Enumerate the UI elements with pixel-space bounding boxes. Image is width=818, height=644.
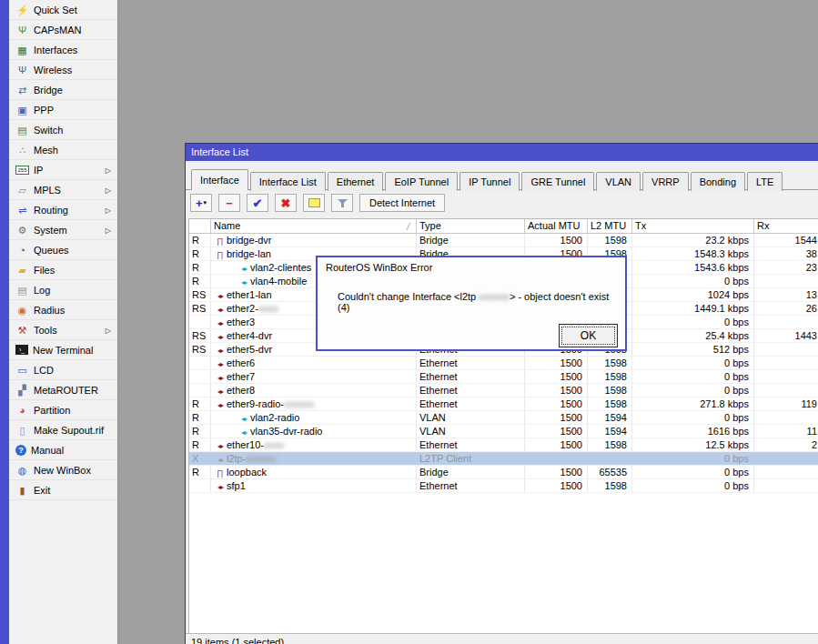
filter-button[interactable]: [331, 194, 353, 212]
rx-cell: [754, 357, 818, 369]
sidebar-item-bridge[interactable]: ⇄Bridge: [9, 80, 117, 100]
column-header-l2_mtu[interactable]: L2 MTU: [588, 219, 632, 233]
flags-cell: [189, 384, 211, 397]
remove-icon: −: [226, 196, 233, 210]
table-row[interactable]: X◂▸l2tp-xxxxxxL2TP Client0 bps: [189, 452, 818, 466]
actual-mtu-cell: [525, 452, 588, 465]
sidebar-item-mesh[interactable]: ∴Mesh: [9, 140, 117, 160]
column-header-rx[interactable]: Rx: [754, 219, 818, 233]
sidebar-item-quick-set[interactable]: ⚡Quick Set: [9, 0, 117, 20]
l2-mtu-cell: 65535: [588, 466, 632, 478]
sidebar-item-exit[interactable]: ▮Exit: [9, 480, 117, 500]
table-row[interactable]: R◂▸vlan35-dvr-radioVLAN150015941616 bps1…: [189, 425, 818, 438]
remove-button[interactable]: −: [218, 194, 240, 212]
table-row[interactable]: R◂▸vlan2-radioVLAN150015940 bps: [189, 411, 818, 425]
sidebar-item-make-supout-rif[interactable]: ▯Make Supout.rif: [9, 420, 117, 440]
switch-icon: ▤: [15, 124, 29, 136]
ok-button[interactable]: OK: [559, 324, 618, 347]
name-cell: ◂▸ether7: [211, 370, 417, 383]
sidebar-item-wireless[interactable]: ΨWireless: [9, 60, 117, 80]
sidebar-item-routing[interactable]: ⇌Routing▷: [9, 200, 117, 220]
flags-cell: R: [189, 425, 211, 438]
enable-button[interactable]: ✔: [247, 194, 268, 212]
table-row[interactable]: ◂▸ether8Ethernet150015980 bps: [189, 384, 818, 397]
sidebar-item-radius[interactable]: ◉Radius: [9, 300, 117, 320]
error-dialog-title[interactable]: RouterOS WinBox Error: [318, 257, 625, 273]
tx-cell: 23.2 kbps: [632, 234, 754, 247]
redacted-text: xxxx: [264, 439, 284, 450]
sidebar-item-capsman[interactable]: ΨCAPsMAN: [9, 20, 117, 40]
tx-cell: 1024 bps: [632, 288, 754, 301]
flags-cell: R: [189, 397, 211, 410]
tab-vrrp[interactable]: VRRP: [642, 172, 689, 191]
rx-cell: 13: [754, 288, 818, 301]
tab-vlan[interactable]: VLAN: [596, 172, 641, 191]
table-row[interactable]: R∏loopbackBridge1500655350 bps: [189, 466, 818, 479]
sidebar-item-lcd[interactable]: ▭LCD: [9, 360, 117, 380]
flags-cell: X: [189, 452, 211, 465]
flags-cell: RS: [189, 288, 211, 301]
window-titlebar[interactable]: Interface List: [186, 144, 818, 161]
sidebar-item-ppp[interactable]: ▣PPP: [9, 100, 117, 120]
sidebar-item-interfaces[interactable]: ▦Interfaces: [9, 40, 117, 60]
table-row[interactable]: ◂▸ether6Ethernet150015980 bps: [189, 357, 818, 370]
disable-button[interactable]: ✖: [275, 194, 297, 212]
tx-cell: 12.5 kbps: [632, 438, 754, 451]
column-header-actual_mtu[interactable]: Actual MTU: [525, 219, 588, 233]
table-row[interactable]: R◂▸ether9-radio-xxxxxxEthernet1500159827…: [189, 397, 818, 411]
sidebar-item-manual[interactable]: ?Manual: [9, 440, 117, 460]
tab-lte[interactable]: LTE: [747, 172, 783, 191]
sidebar-item-system[interactable]: ⚙System▷: [9, 220, 117, 240]
flags-cell: [189, 316, 211, 328]
tab-gre-tunnel[interactable]: GRE Tunnel: [521, 172, 594, 191]
table-row[interactable]: ◂▸sfp1Ethernet150015980 bps: [189, 479, 818, 493]
rx-cell: [754, 384, 818, 397]
rx-cell: 1443: [754, 329, 818, 342]
ether-interface-icon: ◂▸: [214, 440, 227, 451]
column-header-type[interactable]: Type: [417, 219, 525, 233]
sidebar-item-queues[interactable]: ◔Queues: [9, 240, 117, 260]
l2tp-interface-icon: ◂▸: [214, 454, 227, 465]
sidebar-item-files[interactable]: ▰Files: [9, 260, 117, 280]
sidebar-item-label: PPP: [34, 105, 54, 116]
sidebar-item-new-winbox[interactable]: ◍New WinBox: [9, 460, 117, 480]
tab-ethernet[interactable]: Ethernet: [328, 172, 384, 191]
type-cell: Ethernet: [417, 357, 525, 369]
add-button[interactable]: +▾: [190, 194, 212, 212]
detect-internet-button[interactable]: Detect Internet: [359, 194, 445, 212]
tab-ip-tunnel[interactable]: IP Tunnel: [459, 172, 520, 191]
interface-list-window: Interface List InterfaceInterface ListEt…: [185, 143, 818, 644]
tab-interface-list[interactable]: Interface List: [250, 172, 326, 191]
tx-cell: 1548.3 kbps: [632, 247, 754, 260]
flags-cell: RS: [189, 343, 211, 356]
sidebar-item-partition[interactable]: ◕Partition: [9, 400, 117, 420]
sidebar-item-log[interactable]: ▤Log: [9, 280, 117, 300]
column-header-name[interactable]: Name/: [211, 219, 417, 233]
table-row[interactable]: R∏bridge-dvrBridge1500159823.2 kbps1544: [189, 234, 818, 247]
sidebar-item-switch[interactable]: ▤Switch: [9, 120, 117, 140]
exit-icon: ▮: [15, 484, 29, 497]
sidebar: ⚡Quick SetΨCAPsMAN▦InterfacesΨWireless⇄B…: [0, 0, 118, 644]
error-message-pre: Couldn't change Interface <l2tp: [338, 291, 476, 302]
radius-icon: ◉: [15, 304, 29, 317]
table-row[interactable]: R◂▸ether10-xxxxEthernet1500159812.5 kbps…: [189, 438, 818, 452]
sidebar-item-ip[interactable]: 255IP▷: [9, 160, 117, 180]
sidebar-item-mpls[interactable]: ▱MPLS▷: [9, 180, 117, 200]
table-row[interactable]: ◂▸ether7Ethernet150015980 bps: [189, 370, 818, 384]
tab-eoip-tunnel[interactable]: EoIP Tunnel: [385, 172, 458, 191]
tab-interface[interactable]: Interface: [191, 169, 248, 190]
comment-button[interactable]: [303, 194, 325, 212]
sidebar-item-tools[interactable]: ⚒Tools▷: [9, 320, 117, 340]
manual-icon: ?: [15, 445, 26, 456]
l2-mtu-cell: 1598: [588, 234, 632, 247]
error-dialog-message: Couldn't change Interface <l2tp-xxxxxx> …: [338, 291, 618, 313]
tx-cell: 271.8 kbps: [632, 397, 754, 410]
column-header-tx[interactable]: Tx: [632, 219, 754, 233]
sidebar-item-metarouter[interactable]: ▞MetaROUTER: [9, 380, 117, 400]
rx-cell: 2: [754, 438, 818, 451]
rx-cell: [754, 316, 818, 328]
sidebar-item-new-terminal[interactable]: ›_New Terminal: [9, 340, 117, 360]
column-header-flags[interactable]: [189, 219, 211, 233]
sidebar-item-label: MetaROUTER: [34, 385, 98, 396]
tab-bonding[interactable]: Bonding: [691, 172, 745, 191]
